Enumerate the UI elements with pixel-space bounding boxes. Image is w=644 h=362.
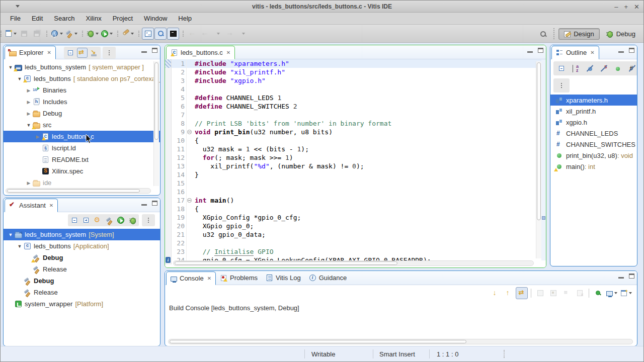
tree-item-release[interactable]: Release [4,263,160,275]
console-scroll-lock-button[interactable] [516,287,528,299]
outline-item-channel-switches[interactable]: CHANNEL_SWITCHES [550,139,637,150]
tree-item-release[interactable]: Release [4,287,160,298]
code-line-10[interactable]: 10{ [165,136,546,145]
menu-edit[interactable]: Edit [26,13,48,24]
maximize-button[interactable]: + [624,4,628,10]
close-tab-icon[interactable]: ✕ [49,203,53,208]
tree-item-debug[interactable]: ▶Debug [4,108,160,119]
code-line-8[interactable]: 8// Print LSB 'bits' from 'number' in bi… [165,119,546,128]
tab-outline[interactable]: Outline ✕ [551,46,599,59]
outline-sort-button[interactable] [570,62,582,74]
nav-fwd-dd-button[interactable] [236,28,249,40]
target-connection-button[interactable] [50,28,64,40]
tab-assistant[interactable]: Assistant ✕ [5,199,58,212]
code-line-19[interactable]: 19 XGpio_Config *gpio_0_cfg; [165,213,546,222]
code-line-23[interactable]: 23 // Initialise GPIO [165,247,546,256]
code-line-13[interactable]: 13 xil_printf("%d", (number & mask) != 0… [165,162,546,170]
save-all-button[interactable] [31,28,43,40]
console-clear-console-button[interactable] [574,287,586,299]
code-line-1[interactable]: 1#include "xparameters.h" [165,59,546,68]
outline-item-xparameters-h[interactable]: xparameters.h [550,95,637,106]
tab-problems[interactable]: Problems [216,271,262,285]
tab-vitis-log[interactable]: Vitis Log [262,271,305,285]
terminal-search-button[interactable] [154,28,167,40]
build-hammer-button[interactable] [64,28,78,40]
nav-back-dd-button[interactable] [211,28,223,40]
console-show-stdout-button[interactable] [534,287,546,299]
tree-item-includes[interactable]: ▶Includes [4,96,160,108]
tree-item-readme-txt[interactable]: README.txt [4,154,160,165]
code-line-22[interactable]: 22 [165,239,546,247]
run-button[interactable] [100,28,114,40]
outline-hide-static-button[interactable] [598,62,610,74]
close-tab-icon[interactable]: ✕ [590,50,594,55]
tree-item-leds-buttons-system[interactable]: ▼leds_buttons_system[ system_wrapper ] [4,61,160,73]
terminal-dark-button[interactable] [167,28,179,40]
close-tab-icon[interactable]: ✕ [226,50,230,55]
menu-project[interactable]: Project [107,13,138,24]
expander-icon[interactable]: ▼ [16,76,24,81]
view-menu-button[interactable] [555,79,568,92]
tree-item-leds-buttons[interactable]: ▼leds_buttons[Application] [4,240,160,252]
console-scroll-up-button[interactable] [503,287,515,299]
tree-item-leds-buttons[interactable]: ▼leds_buttons[ standalone on ps7_cortexa… [4,73,160,84]
menu-window[interactable]: Window [138,13,173,24]
assistant-run-button[interactable] [116,215,126,225]
editor-vscrollbar[interactable] [536,61,541,258]
tab-console[interactable]: Console✕ [166,272,216,285]
code-line-3[interactable]: 3#include "xgpio.h" [165,76,546,85]
close-button[interactable]: ✕ [634,4,639,10]
outline-collapse-all-button[interactable] [555,62,568,74]
tree-item-leds-buttons-c[interactable]: ▶leds_buttons.c [4,131,160,142]
outline-hide-fields-button[interactable] [584,62,596,74]
editor-hscrollbar[interactable] [173,260,534,266]
minimize-view-button[interactable] [141,51,147,53]
outline-item-print-bin-u32-u8-[interactable]: print_bin(u32, u8) : void [550,150,637,161]
code-line-21[interactable]: 21 u32 gpio_0_data; [165,230,546,239]
tab-editor-leds-buttons-c[interactable]: leds_buttons.c ✕ [166,46,235,59]
maximize-view-button[interactable] [629,274,634,279]
outline-item-xil-printf-h[interactable]: xil_printf.h [550,106,637,117]
console-show-stderr-button[interactable] [547,287,559,299]
tree-item-debug[interactable]: Debug [4,252,160,263]
debug-bug-button[interactable] [86,28,100,40]
outline-public-dot-button[interactable] [612,62,624,74]
minimize-button[interactable]: – [614,4,618,10]
maximize-view-button[interactable] [152,48,157,53]
fold-gutter[interactable] [186,196,192,205]
code-line-5[interactable]: 5#define CHANNEL_LEDS 1 [165,94,546,102]
assistant-build-hammer-button[interactable] [104,215,114,225]
assistant-debug-bug-button[interactable] [127,215,137,225]
code-editor[interactable]: 1#include "xparameters.h"2#include "xil_… [165,59,546,267]
nav-forward-button[interactable] [224,28,236,40]
outline-item-channel-leds[interactable]: CHANNEL_LEDS [550,128,637,139]
minimize-view-button[interactable] [618,51,624,53]
tree-item-leds-buttons-system[interactable]: ▼leds_buttons_system[System] [4,229,160,240]
console-scroll-down-button[interactable] [490,287,502,299]
view-menu-button[interactable] [143,215,153,225]
new-wizard-button[interactable] [4,28,18,40]
tab-guidance[interactable]: Guidance [305,271,351,285]
tree-item-lscript-ld[interactable]: lscript.ld [4,142,160,154]
code-line-4[interactable]: 4 [165,85,546,94]
code-line-6[interactable]: 6#define CHANNEL_SWITCHES 2 [165,102,546,111]
minimize-view-button[interactable] [527,51,533,53]
code-line-14[interactable]: 14} [165,170,546,179]
code-line-2[interactable]: 2#include "xil_printf.h" [165,68,546,76]
expander-icon[interactable]: ▶ [25,180,33,186]
assistant-collapse-all-button[interactable] [69,215,79,225]
menu-file[interactable]: File [5,13,26,24]
code-line-11[interactable]: 11 u32 mask = 1 << (bits - 1); [165,145,546,153]
console-display-console-button[interactable] [605,287,618,299]
explorer-import-log-button[interactable] [89,48,99,58]
tree-item-xilinx-spec[interactable]: Xilinx.spec [4,165,160,177]
perspective-design[interactable]: Design [558,28,599,40]
code-line-7[interactable]: 7 [165,111,546,119]
tree-item-system-wrapper[interactable]: system_wrapper[Platform] [4,298,160,310]
minimize-view-button[interactable] [141,204,147,206]
back-edit-button[interactable] [186,28,198,40]
menu-xilinx[interactable]: Xilinx [80,13,107,24]
expander-icon[interactable]: ▼ [16,244,24,249]
menu-search[interactable]: Search [48,13,80,24]
format-wand-button[interactable] [121,28,135,40]
